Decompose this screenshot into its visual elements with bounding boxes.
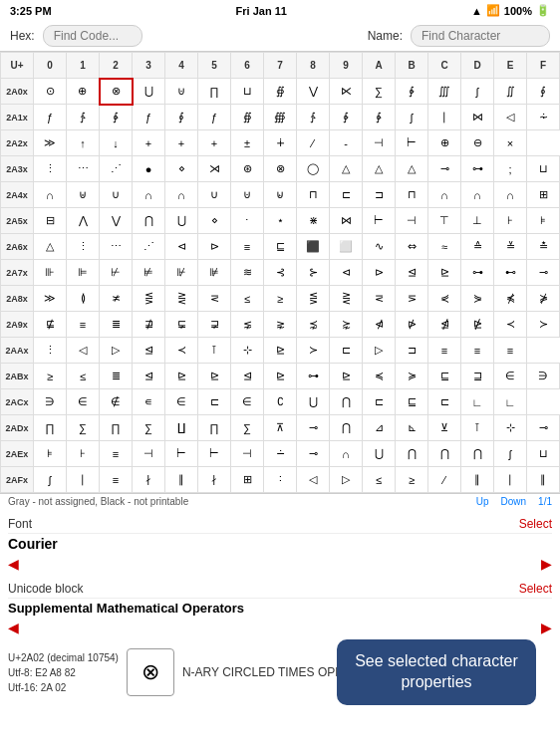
table-cell-2AEx-8[interactable]: ⊸ — [297, 441, 330, 467]
table-cell-2A0x-11[interactable]: ∲ — [396, 79, 428, 105]
table-cell-2A7x-7[interactable]: ⊰ — [264, 260, 297, 286]
table-cell-2A7x-6[interactable]: ≋ — [231, 260, 264, 286]
table-cell-2A5x-7[interactable]: ⋆ — [264, 208, 297, 234]
table-cell-2A9x-0[interactable]: ⋢ — [34, 312, 67, 338]
table-cell-2A9x-12[interactable]: ⋬ — [428, 312, 461, 338]
table-cell-2ADx-15[interactable]: ⊸ — [527, 415, 560, 441]
font-scroll-right[interactable]: ▶ — [541, 556, 552, 572]
table-cell-2A2x-1[interactable]: ↑ — [67, 130, 100, 156]
font-select[interactable]: Select — [519, 517, 552, 531]
unicode-block-select[interactable]: Select — [519, 582, 552, 596]
table-cell-2ACx-0[interactable]: ∋ — [34, 389, 67, 415]
table-cell-2A6x-11[interactable]: ⇔ — [396, 234, 428, 260]
table-cell-2ADx-0[interactable]: ∏ — [34, 415, 67, 441]
table-cell-2AAx-9[interactable]: ⊏ — [330, 338, 363, 364]
table-cell-2A2x-2[interactable]: ↓ — [100, 130, 133, 156]
table-cell-2ABx-5[interactable]: ⊵ — [198, 364, 231, 389]
table-cell-2A2x-4[interactable]: + — [165, 130, 198, 156]
table-cell-2A9x-10[interactable]: ⋪ — [363, 312, 396, 338]
table-cell-2A6x-13[interactable]: ≙ — [461, 234, 494, 260]
table-cell-2AAx-8[interactable]: ≻ — [297, 338, 330, 364]
table-cell-2A2x-12[interactable]: ⊕ — [428, 130, 461, 156]
table-cell-2AFx-15[interactable]: ∥ — [527, 467, 560, 493]
table-cell-2A7x-4[interactable]: ⊮ — [165, 260, 198, 286]
table-cell-2A1x-13[interactable]: ⋈ — [461, 105, 494, 130]
table-cell-2AAx-2[interactable]: ▷ — [100, 338, 133, 364]
table-cell-2A2x-6[interactable]: ± — [231, 130, 264, 156]
table-cell-2A3x-12[interactable]: ⊸ — [428, 156, 461, 182]
table-cell-2A4x-6[interactable]: ⊍ — [231, 182, 264, 208]
table-cell-2A5x-0[interactable]: ⊟ — [34, 208, 67, 234]
table-cell-2A1x-14[interactable]: ◁ — [494, 105, 527, 130]
table-cell-2A6x-2[interactable]: ⋯ — [100, 234, 133, 260]
block-scroll-left[interactable]: ◀ — [8, 620, 19, 635]
table-cell-2A9x-15[interactable]: ≻ — [527, 312, 560, 338]
table-cell-2A5x-13[interactable]: ⊥ — [461, 208, 494, 234]
table-cell-2A0x-3[interactable]: ⋃ — [133, 79, 165, 105]
table-cell-2A5x-2[interactable]: ⋁ — [100, 208, 133, 234]
table-cell-2A6x-6[interactable]: ≡ — [231, 234, 264, 260]
table-cell-2A3x-14[interactable]: ; — [494, 156, 527, 182]
table-cell-2A7x-12[interactable]: ⊵ — [428, 260, 461, 286]
table-cell-2A2x-7[interactable]: ∔ — [264, 130, 297, 156]
table-cell-2A3x-4[interactable]: ⋄ — [165, 156, 198, 182]
table-cell-2A9x-8[interactable]: ⋨ — [297, 312, 330, 338]
table-cell-2A9x-9[interactable]: ⋩ — [330, 312, 363, 338]
table-cell-2A2x-13[interactable]: ⊖ — [461, 130, 494, 156]
table-cell-2ABx-14[interactable]: ∈ — [494, 364, 527, 389]
table-cell-2ACx-9[interactable]: ⋂ — [330, 389, 363, 415]
table-cell-2A0x-7[interactable]: ∯ — [264, 79, 297, 105]
table-cell-2AAx-1[interactable]: ◁ — [67, 338, 100, 364]
table-cell-2AEx-14[interactable]: ∫ — [494, 441, 527, 467]
table-cell-2AFx-12[interactable]: ∕ — [428, 467, 461, 493]
table-cell-2AEx-5[interactable]: ⊢ — [198, 441, 231, 467]
table-cell-2A1x-8[interactable]: ∱ — [297, 105, 330, 130]
table-cell-2ADx-10[interactable]: ⊿ — [363, 415, 396, 441]
table-cell-2A1x-11[interactable]: ∫ — [396, 105, 428, 130]
table-cell-2ADx-2[interactable]: ∏ — [100, 415, 133, 441]
table-cell-2ADx-13[interactable]: ⊺ — [461, 415, 494, 441]
table-cell-2ABx-9[interactable]: ⊵ — [330, 364, 363, 389]
table-cell-2A3x-5[interactable]: ⋊ — [198, 156, 231, 182]
table-cell-2ADx-8[interactable]: ⊸ — [297, 415, 330, 441]
table-cell-2A5x-10[interactable]: ⊢ — [363, 208, 396, 234]
table-cell-2AAx-6[interactable]: ⊹ — [231, 338, 264, 364]
table-cell-2ABx-3[interactable]: ⊴ — [133, 364, 165, 389]
table-cell-2A5x-11[interactable]: ⊣ — [396, 208, 428, 234]
table-cell-2A8x-12[interactable]: ⋞ — [428, 286, 461, 312]
font-scroll-left[interactable]: ◀ — [8, 556, 19, 572]
table-cell-2A6x-14[interactable]: ≚ — [494, 234, 527, 260]
table-cell-2A8x-7[interactable]: ≥ — [264, 286, 297, 312]
table-cell-2A4x-3[interactable]: ∩ — [133, 182, 165, 208]
table-cell-2AEx-1[interactable]: ⊦ — [67, 441, 100, 467]
table-cell-2A3x-11[interactable]: △ — [396, 156, 428, 182]
table-cell-2A1x-12[interactable]: ∣ — [428, 105, 461, 130]
table-cell-2AEx-15[interactable]: ⊔ — [527, 441, 560, 467]
table-cell-2ACx-13[interactable]: ∟ — [461, 389, 494, 415]
table-cell-2A3x-2[interactable]: ⋰ — [100, 156, 133, 182]
table-cell-2A7x-13[interactable]: ⊶ — [461, 260, 494, 286]
table-cell-2A3x-6[interactable]: ⊛ — [231, 156, 264, 182]
table-cell-2AAx-3[interactable]: ⊴ — [133, 338, 165, 364]
table-cell-2ADx-3[interactable]: ∑ — [133, 415, 165, 441]
table-cell-2AAx-14[interactable]: ≡ — [494, 338, 527, 364]
table-cell-2A1x-4[interactable]: ∮ — [165, 105, 198, 130]
table-cell-2A0x-12[interactable]: ∭ — [428, 79, 461, 105]
table-cell-2AFx-5[interactable]: ∤ — [198, 467, 231, 493]
table-cell-2ABx-7[interactable]: ⊵ — [264, 364, 297, 389]
table-cell-2A5x-1[interactable]: ⋀ — [67, 208, 100, 234]
table-cell-2A8x-13[interactable]: ⋟ — [461, 286, 494, 312]
table-cell-2A4x-8[interactable]: ⊓ — [297, 182, 330, 208]
table-cell-2A4x-12[interactable]: ∩ — [428, 182, 461, 208]
table-cell-2A2x-9[interactable]: - — [330, 130, 363, 156]
table-cell-2AEx-7[interactable]: ∸ — [264, 441, 297, 467]
table-cell-2A3x-1[interactable]: ⋯ — [67, 156, 100, 182]
table-cell-2A6x-8[interactable]: ⬛ — [297, 234, 330, 260]
table-cell-2ABx-11[interactable]: ≽ — [396, 364, 428, 389]
table-cell-2A3x-10[interactable]: △ — [363, 156, 396, 182]
down-button[interactable]: Down — [501, 496, 527, 507]
table-cell-2A8x-14[interactable]: ⋠ — [494, 286, 527, 312]
table-cell-2A0x-15[interactable]: ∮ — [527, 79, 560, 105]
table-cell-2A8x-11[interactable]: ⋝ — [396, 286, 428, 312]
table-cell-2ADx-7[interactable]: ⊼ — [264, 415, 297, 441]
